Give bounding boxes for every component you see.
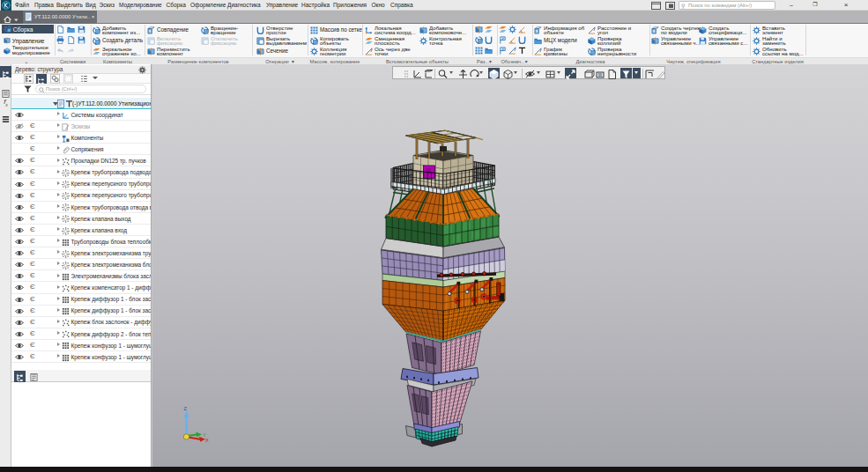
svg-text:Y: Y bbox=[203, 432, 206, 438]
svg-text:Z: Z bbox=[184, 406, 188, 411]
svg-text:X: X bbox=[205, 438, 209, 443]
